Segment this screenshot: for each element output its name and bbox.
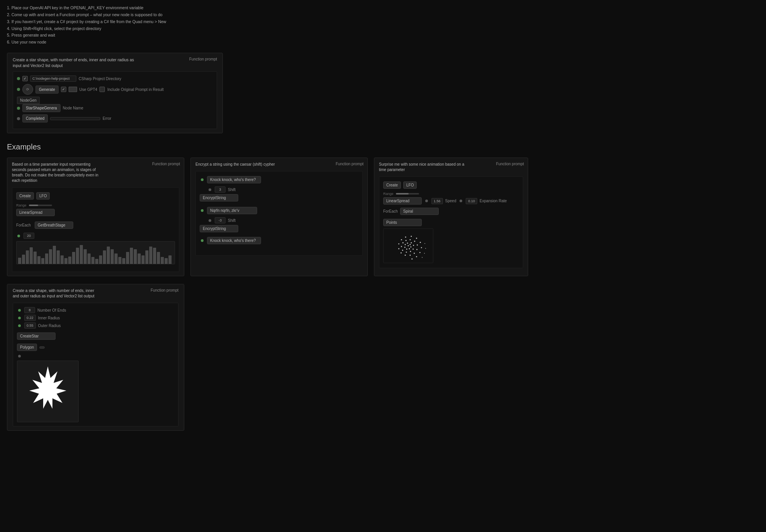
encrypt-shift1-val: 3 <box>215 186 226 193</box>
breath-create-node: Create <box>16 192 34 200</box>
wbar-19 <box>88 253 91 264</box>
wbar-13 <box>64 258 67 264</box>
breath-value-port <box>17 235 20 237</box>
spiral-dot-17 <box>406 240 407 241</box>
spiral-slider-fill <box>396 193 409 195</box>
wbar-36 <box>153 248 156 264</box>
encrypt-fp-label: Function prompt <box>336 162 364 166</box>
use-gpt4-checkbox[interactable] <box>61 87 66 92</box>
encrypt-out2-row: Knock knock, who's there? <box>200 236 359 245</box>
spiral-dot-37 <box>422 257 423 258</box>
spiral-dot-9 <box>411 242 412 243</box>
spiral-points-row: Points <box>383 218 519 227</box>
wbar-30 <box>130 248 133 264</box>
spiral-spiral-node: Spiral <box>400 208 439 215</box>
path-checkbox[interactable] <box>22 76 28 81</box>
completed-node: Completed <box>22 114 48 123</box>
wbar-12 <box>61 255 64 264</box>
spiral-dot-36 <box>411 258 412 260</box>
use-gpt4-label: Use GPT4 <box>79 87 98 92</box>
wbar-24 <box>107 247 110 264</box>
spiral-dot-1 <box>408 245 409 247</box>
bottom-input2-row: 0.22 Inner Radius <box>17 315 174 321</box>
spiral-dot-11 <box>412 249 414 250</box>
completed-port <box>17 117 20 120</box>
wbar-39 <box>165 258 168 264</box>
breath-value-20: 20 <box>24 233 34 239</box>
wbar-38 <box>161 257 164 264</box>
instruction-5: 5. Press generate and wait <box>7 32 759 39</box>
bottom-prompt: Create a star shape, with number of ends… <box>13 288 136 299</box>
spiral-dot-3 <box>410 247 411 248</box>
nodegen-container: NodeGen <box>17 98 213 102</box>
spiral-dot-38 <box>424 253 425 254</box>
wbar-14 <box>68 257 71 264</box>
generate-port <box>17 88 20 91</box>
spiral-speed-port <box>425 200 428 202</box>
spiral-dot-8 <box>407 243 408 244</box>
bottom-in1-port <box>18 309 21 312</box>
wbar-1 <box>18 258 21 264</box>
bottom-output-port <box>18 355 21 357</box>
wbar-15 <box>72 252 75 264</box>
wbar-7 <box>41 258 44 264</box>
encrypt-node1-row: EncryptString <box>200 193 359 202</box>
encrypt-node2: EncryptString <box>200 225 238 232</box>
wbar-11 <box>57 250 60 264</box>
spiral-range-label: Range <box>383 192 394 196</box>
spiral-dot-31 <box>416 238 417 239</box>
wbar-8 <box>45 253 48 264</box>
spiral-lfo-node: LFO <box>403 181 417 189</box>
encrypt-in1-port <box>201 178 204 181</box>
spiral-dot-7 <box>405 244 406 245</box>
wbar-27 <box>118 257 121 264</box>
examples-title: Examples <box>7 143 759 151</box>
starshape-node[interactable]: StarShapeGenera <box>22 104 61 112</box>
bottom-createstar-node: CreateStar <box>17 332 56 340</box>
spiral-speed-val: 1.56 <box>431 198 443 204</box>
encrypt-node1: EncryptString <box>200 194 238 201</box>
encrypt-prompt: Encrypt a string using the caesar (shift… <box>195 162 319 167</box>
wbar-25 <box>111 249 114 264</box>
encrypt-shift1-row: 3 Shift <box>207 186 359 193</box>
bottom-output-row <box>17 355 174 357</box>
include-prompt-label: Include Original Prompt in Result <box>107 87 163 92</box>
spiral-dot-4 <box>409 248 410 250</box>
breath-value-row: 20 <box>16 233 175 239</box>
bottom-polygon-extra <box>39 346 45 349</box>
wbar-31 <box>134 249 137 264</box>
wbar-10 <box>53 246 56 264</box>
star-svg <box>21 364 75 418</box>
spiral-dot-40 <box>424 243 425 244</box>
instruction-2: 2. Come up with and insert a Function pr… <box>7 12 759 18</box>
example-card-breath: Function prompt Based on a time paramete… <box>7 158 184 276</box>
spiral-dot-2 <box>409 244 411 245</box>
starshape-row: StarShapeGenera Node Name <box>17 104 213 112</box>
breath-foreach-row: ForEach GetBreathStage <box>16 221 175 230</box>
spiral-dot-33 <box>421 247 422 248</box>
spiral-range-row: Range <box>383 192 519 196</box>
main-prompt-text: Create a star shape, with number of ends… <box>13 57 136 68</box>
instruction-3: 3. If you haven't yet, create a C# proje… <box>7 18 759 25</box>
spiral-dot-34 <box>419 252 421 253</box>
path-input[interactable]: C:\nodegen-help-project <box>30 76 76 82</box>
generate-row: ⟳ Generate Use GPT4 Include Original Pro… <box>17 84 213 95</box>
spiral-exp-port <box>460 200 462 202</box>
wbar-32 <box>138 253 141 264</box>
spiral-exp-val: 0.10 <box>466 198 477 204</box>
wbar-4 <box>30 247 33 264</box>
encrypt-out1-row: Nqrfn nqrfn, zkr'v <box>200 206 359 215</box>
breath-lfo-node: LFO <box>36 192 50 200</box>
spiral-create-row: Create LFO <box>383 181 519 190</box>
spiral-dot-25 <box>401 253 402 254</box>
include-prompt-checkbox[interactable] <box>99 87 105 92</box>
wbar-29 <box>126 252 129 264</box>
wbar-34 <box>145 250 148 264</box>
instruction-4: 4. Using Shift+Right click, select the p… <box>7 25 759 32</box>
spiral-dot-15 <box>401 246 402 247</box>
encrypt-out2-node: Knock knock, who's there? <box>207 237 261 244</box>
breath-waveform <box>16 241 175 264</box>
generate-button[interactable]: Generate <box>35 86 59 94</box>
spiral-dot-22 <box>414 253 415 254</box>
breath-getbreath-node: GetBreathStage <box>35 222 73 229</box>
